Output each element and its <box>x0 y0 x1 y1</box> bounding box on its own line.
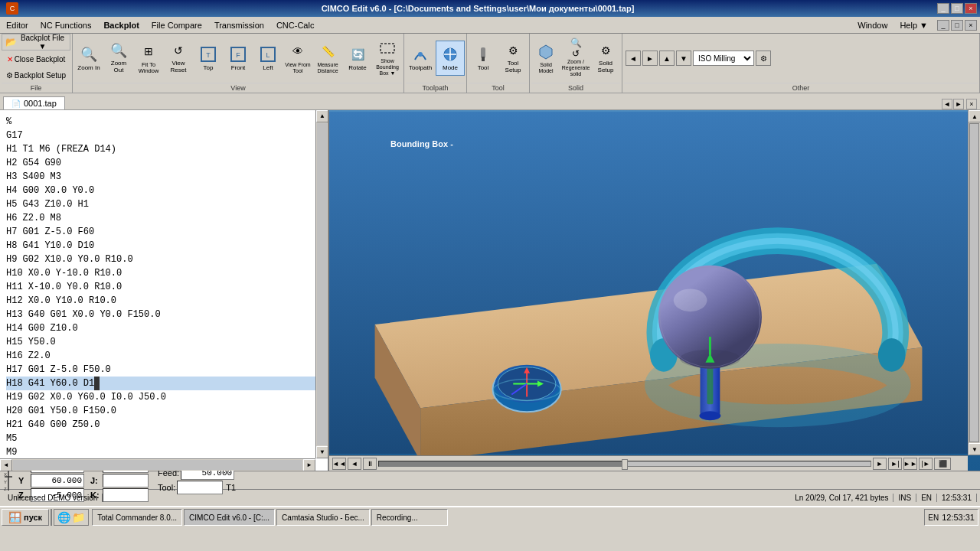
menu-cnc-calc[interactable]: CNC-Calc <box>270 17 321 33</box>
vb-end[interactable]: |► <box>919 458 933 470</box>
vb-step-fwd[interactable]: ►| <box>888 458 902 470</box>
solid-setup-button[interactable]: ⚙ Solid Setup <box>591 41 620 76</box>
front-view-button[interactable]: F Front <box>224 41 253 76</box>
right-btn-2[interactable]: ► <box>642 51 658 66</box>
code-line: H12 X0.0 Y10.0 R10.0 <box>6 294 322 308</box>
minimize-btn-2[interactable]: _ <box>937 20 949 31</box>
app-icon: C <box>6 2 18 15</box>
show-bounding-box-button[interactable]: Show Bounding Box ▼ <box>373 41 402 76</box>
close-btn-2[interactable]: × <box>965 20 977 31</box>
k-input[interactable] <box>103 488 149 502</box>
doc-icon: 📄 <box>11 99 21 108</box>
code-line: M5 <box>6 432 322 445</box>
menu-window[interactable]: Window <box>851 17 893 33</box>
maximize-button[interactable]: □ <box>951 3 963 14</box>
vb-step-back[interactable]: ◄ <box>348 458 361 470</box>
close-backplot-label: Close Backplot <box>15 55 66 64</box>
other-config-btn[interactable]: ⚙ <box>756 51 771 66</box>
vb-pause[interactable]: ⏸ <box>363 458 377 470</box>
taskbar-app-camtasia[interactable]: Camtasia Studio - Бес... <box>276 509 370 526</box>
ln-col-info: Ln 20/29, Col 17, 421 bytes <box>790 494 893 502</box>
backplot-setup-label: Backplot Setup <box>15 71 66 80</box>
tool-button[interactable]: Tool <box>469 41 498 76</box>
tab-nav-right[interactable]: ► <box>953 99 964 109</box>
zoom-in-button[interactable]: 🔍 Zoom In <box>74 41 103 76</box>
rotate-button[interactable]: 🔄 Rotate <box>343 41 372 76</box>
right-btn-4[interactable]: ▼ <box>676 51 691 66</box>
code-scrollbar-h[interactable]: ◄ ► <box>0 458 315 471</box>
main-area: % G17 H1 T1 M6 (FREZA D14) H2 G54 G90 H3… <box>0 110 980 471</box>
j-input[interactable] <box>103 474 149 487</box>
scroll-down-arrow[interactable]: ▼ <box>316 446 328 458</box>
code-editor[interactable]: % G17 H1 T1 M6 (FREZA D14) H2 G54 G90 H3… <box>0 110 329 471</box>
tab-nav-left[interactable]: ◄ <box>942 99 952 109</box>
code-line: H7 G01 Z-5.0 F60 <box>6 225 322 239</box>
menu-help[interactable]: Help ▼ <box>893 17 934 33</box>
panel-close[interactable]: × <box>966 99 977 109</box>
code-scrollbar-v[interactable]: ▲ ▼ <box>315 110 328 458</box>
right-btn-1[interactable]: ◄ <box>626 51 641 66</box>
close-button[interactable]: × <box>965 3 977 14</box>
right-btn-3[interactable]: ▲ <box>659 51 675 66</box>
ql-ie[interactable]: 🌐 <box>57 511 70 523</box>
taskbar-app-cimco[interactable]: CIMCO Edit v6.0 - [C:... <box>184 509 275 526</box>
backplot-setup-button[interactable]: ⚙ Backplot Setup <box>2 67 70 83</box>
left-view-button[interactable]: L Left <box>253 41 283 76</box>
taskbar-app-recording[interactable]: Recording... <box>371 509 448 526</box>
viewport-scene: Bounding Box - <box>329 110 968 455</box>
taskbar-app-total-commander[interactable]: Total Commander 8.0... <box>92 509 182 526</box>
start-button[interactable]: 🪟 пуск <box>2 509 49 526</box>
vb-play[interactable]: ► <box>873 458 887 470</box>
iso-milling-select[interactable]: ISO Milling <box>693 51 754 66</box>
ql-folder[interactable]: 📁 <box>72 511 85 523</box>
menu-backplot[interactable]: Backplot <box>97 17 145 33</box>
restore-btn-2[interactable]: □ <box>951 20 963 31</box>
zoom-out-button[interactable]: 🔍 Zoom Out <box>104 41 133 76</box>
vscroll-down[interactable]: ▼ <box>969 443 980 455</box>
tray-en: EN <box>928 514 939 522</box>
mode-button[interactable]: Mode <box>436 41 465 76</box>
toolpath-button[interactable]: Toolpath <box>406 41 435 76</box>
top-view-button[interactable]: T Top <box>194 41 223 76</box>
y-label: Y <box>18 476 29 485</box>
menu-nc-functions[interactable]: NC Functions <box>34 17 98 33</box>
viewport-scrollbar-v[interactable]: ▲ ▼ <box>968 110 980 455</box>
toolbar-solid-section: Solid Model 🔍↺ Zoom / Regenerate solid ⚙… <box>530 34 622 93</box>
tool-setup-button[interactable]: ⚙ Tool Setup <box>498 41 528 76</box>
system-tray: EN 12:53:31 <box>924 509 978 526</box>
close-backplot-button[interactable]: ✕ Close Backplot <box>2 51 70 67</box>
y-input[interactable] <box>31 474 84 487</box>
menu-transmission[interactable]: Transmission <box>208 17 270 33</box>
tool-section-label: Tool <box>469 83 528 93</box>
vb-rewind[interactable]: ◄◄ <box>332 458 346 470</box>
vb-record[interactable]: ⬛ <box>934 458 951 470</box>
tool-input[interactable] <box>177 481 223 494</box>
view-from-tool-button[interactable]: 👁 View From Tool <box>283 41 312 76</box>
toolpath-icon <box>411 45 430 64</box>
doc-tab-0001[interactable]: 📄 0001.tap <box>3 96 65 109</box>
zoom-regen-button[interactable]: 🔍↺ Zoom / Regenerate solid <box>561 41 590 76</box>
backplot-file-button[interactable]: 📂 Backplot File ▼ <box>2 34 70 51</box>
view-reset-button[interactable]: ↺ View Reset <box>164 41 193 76</box>
measure-icon: 📏 <box>318 42 337 60</box>
scroll-up-arrow[interactable]: ▲ <box>316 110 328 122</box>
measure-distance-button[interactable]: 📏 Measure Distance <box>313 41 342 76</box>
fit-to-window-button[interactable]: ⊞ Fit To Window <box>134 41 163 76</box>
minimize-button[interactable]: _ <box>937 3 949 14</box>
menu-file-compare[interactable]: File Compare <box>145 17 208 33</box>
scroll-left-arrow[interactable]: ◄ <box>0 459 12 471</box>
menu-editor[interactable]: Editor <box>0 17 34 33</box>
vb-ff[interactable]: ►► <box>903 458 917 470</box>
3d-viewport[interactable]: Bounding Box - ▲ ▼ ◄◄ ◄ ⏸ ► ►| ►► |► ⬛ <box>329 110 980 471</box>
zoom-in-icon: 🔍 <box>80 45 98 64</box>
code-line: H19 G02 X0.0 Y60.0 I0.0 J50.0 <box>6 390 322 404</box>
vscroll-up[interactable]: ▲ <box>969 110 980 122</box>
scroll-right-arrow[interactable]: ► <box>303 459 315 471</box>
code-line: G17 <box>6 129 322 142</box>
solid-model-button[interactable]: Solid Model <box>531 41 560 76</box>
solid-section-label: Solid <box>531 83 620 93</box>
tool-num: T1 <box>226 483 236 492</box>
playback-slider[interactable] <box>378 461 871 467</box>
slider-thumb[interactable] <box>622 459 628 470</box>
tool-setup-icon: ⚙ <box>504 42 522 59</box>
